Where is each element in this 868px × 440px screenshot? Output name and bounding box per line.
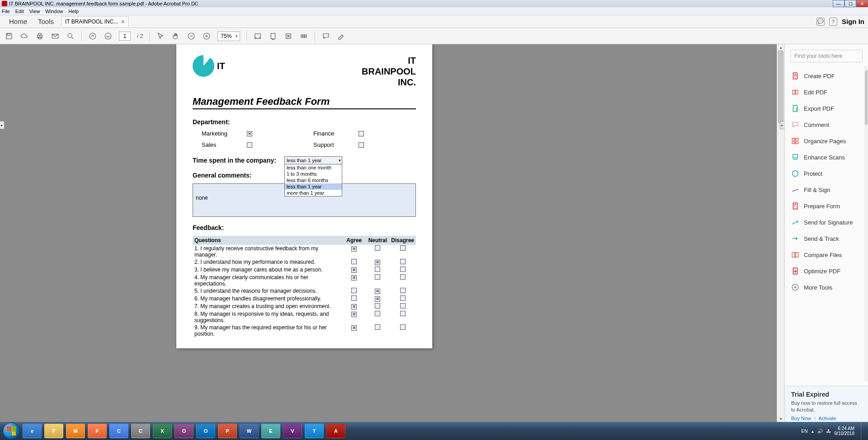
checkbox[interactable]: ✕ bbox=[351, 246, 357, 252]
checkbox-support[interactable] bbox=[359, 142, 364, 148]
dropdown-option[interactable]: 1 to 3 months bbox=[285, 171, 342, 177]
time-dropdown[interactable]: less than 1 year bbox=[284, 156, 342, 164]
save-icon[interactable] bbox=[5, 32, 14, 41]
checkbox-marketing[interactable]: ✕ bbox=[247, 131, 252, 136]
tool-send-for-signature[interactable]: Send for Signature bbox=[785, 214, 868, 230]
document-tab[interactable]: IT BRAINPOOL INC... ✕ bbox=[61, 16, 129, 27]
taskbar-app-ol[interactable]: O bbox=[196, 424, 215, 438]
tool-create-pdf[interactable]: Create PDF bbox=[785, 68, 868, 84]
checkbox[interactable] bbox=[400, 324, 406, 330]
checkbox[interactable] bbox=[400, 259, 406, 264]
checkbox[interactable] bbox=[400, 311, 406, 316]
fit-width-icon[interactable] bbox=[253, 32, 262, 41]
zoom-select[interactable]: 75% bbox=[217, 31, 240, 41]
scroll-down-icon[interactable]: ▾ bbox=[777, 416, 784, 422]
checkbox[interactable] bbox=[400, 303, 406, 309]
taskbar-app-pp[interactable]: P bbox=[218, 424, 237, 438]
checkbox[interactable] bbox=[400, 267, 406, 272]
tools-pane-scrollbar[interactable] bbox=[864, 66, 868, 381]
dropdown-option-highlighted[interactable]: less than 1 year bbox=[285, 183, 342, 190]
tool-enhance-scans[interactable]: Enhance Scans bbox=[785, 149, 868, 165]
hand-icon[interactable] bbox=[171, 32, 180, 41]
checkbox[interactable]: ✕ bbox=[351, 275, 357, 281]
email-icon[interactable] bbox=[51, 32, 60, 41]
show-desktop-button[interactable] bbox=[861, 422, 865, 440]
comment-bubble-icon[interactable] bbox=[321, 32, 330, 41]
taskbar-app-on[interactable]: O bbox=[175, 424, 193, 438]
zoom-in-icon[interactable] bbox=[202, 32, 211, 41]
taskbar-app-ff[interactable]: F bbox=[88, 424, 107, 438]
menu-edit[interactable]: Edit bbox=[15, 9, 24, 14]
start-button[interactable] bbox=[3, 422, 20, 440]
checkbox[interactable]: ✕ bbox=[351, 312, 357, 317]
taskbar-app-vs[interactable]: V bbox=[283, 424, 302, 438]
taskbar-app-mp[interactable]: M bbox=[66, 424, 85, 438]
tools-search-input[interactable]: Find your tools here bbox=[790, 50, 863, 62]
nav-pane-toggle[interactable]: ▸ bbox=[0, 121, 5, 129]
page-down-icon[interactable] bbox=[104, 32, 113, 41]
scrollbar-thumb[interactable] bbox=[865, 70, 868, 125]
tool-optimize-pdf[interactable]: Optimize PDF bbox=[785, 263, 868, 279]
menu-help[interactable]: Help bbox=[68, 9, 79, 14]
language-indicator[interactable]: EN bbox=[802, 429, 808, 434]
tool-compare-files[interactable]: Compare Files bbox=[785, 247, 868, 263]
checkbox[interactable]: ✕ bbox=[375, 296, 380, 302]
checkbox[interactable] bbox=[375, 311, 380, 316]
taskbar-app-tv[interactable]: T bbox=[305, 424, 324, 438]
tool-export-pdf[interactable]: Export PDF bbox=[785, 100, 868, 117]
menu-window[interactable]: Window bbox=[45, 9, 63, 14]
close-button[interactable]: ✕ bbox=[856, 0, 868, 7]
checkbox[interactable] bbox=[375, 303, 380, 309]
search-icon[interactable] bbox=[66, 32, 75, 41]
menu-view[interactable]: View bbox=[29, 9, 40, 14]
checkbox[interactable] bbox=[400, 274, 406, 280]
page-up-icon[interactable] bbox=[88, 32, 97, 41]
scrollbar-thumb[interactable] bbox=[778, 51, 783, 123]
highlight-icon[interactable] bbox=[337, 32, 346, 41]
taskbar-app-ie[interactable]: e bbox=[23, 424, 42, 438]
zoom-out-icon[interactable] bbox=[187, 32, 196, 41]
help-icon[interactable]: ? bbox=[829, 18, 837, 26]
menu-file[interactable]: File bbox=[2, 9, 10, 14]
taskbar-app-xl[interactable]: X bbox=[153, 424, 172, 438]
checkbox[interactable] bbox=[375, 267, 380, 272]
checkbox[interactable] bbox=[351, 259, 357, 264]
dropdown-option[interactable]: more than 1 year bbox=[285, 190, 342, 196]
tool-organize-pages[interactable]: Organize Pages bbox=[785, 133, 868, 149]
checkbox[interactable]: ✕ bbox=[375, 289, 380, 294]
volume-icon[interactable]: 🔊 bbox=[817, 429, 823, 434]
checkbox[interactable] bbox=[375, 245, 380, 251]
tools-pane-toggle[interactable]: ▸ bbox=[780, 121, 784, 129]
tool-prepare-form[interactable]: Prepare Form bbox=[785, 198, 868, 214]
scroll-up-icon[interactable]: ▴ bbox=[777, 44, 784, 51]
checkbox[interactable] bbox=[351, 288, 357, 293]
tool-comment[interactable]: Comment bbox=[785, 117, 868, 133]
tool-send-track[interactable]: Send & Track bbox=[785, 230, 868, 247]
buy-now-link[interactable]: Buy Now bbox=[791, 416, 811, 421]
taskbar-app-fe[interactable]: F bbox=[44, 424, 63, 438]
checkbox[interactable] bbox=[375, 324, 380, 330]
checkbox[interactable] bbox=[400, 245, 406, 251]
network-icon[interactable]: 🖧 bbox=[826, 429, 831, 434]
document-viewport[interactable]: ▸ IT IT BRAINPOOL INC. Management Feedba… bbox=[0, 44, 784, 422]
dropdown-option[interactable]: less than 6 months bbox=[285, 177, 342, 183]
close-tab-icon[interactable]: ✕ bbox=[121, 19, 125, 25]
checkbox[interactable] bbox=[375, 274, 380, 280]
activate-link[interactable]: Activate bbox=[818, 416, 836, 421]
scroll-icon[interactable] bbox=[299, 32, 308, 41]
taskbar-app-wd[interactable]: W bbox=[240, 424, 259, 438]
vertical-scrollbar[interactable]: ▴ ▾ bbox=[777, 44, 784, 422]
checkbox[interactable]: ✕ bbox=[375, 260, 380, 265]
tool-edit-pdf[interactable]: Edit PDF bbox=[785, 84, 868, 100]
tools-link[interactable]: Tools bbox=[33, 16, 59, 27]
taskbar-app-co[interactable]: C bbox=[131, 424, 150, 438]
maximize-button[interactable]: ☐ bbox=[844, 0, 856, 7]
taskbar-app-ac[interactable]: A bbox=[326, 424, 345, 438]
checkbox[interactable] bbox=[400, 295, 406, 301]
tool-protect[interactable]: Protect bbox=[785, 165, 868, 182]
clock[interactable]: 6:24 AM 9/10/2018 bbox=[835, 426, 855, 436]
minimize-button[interactable]: — bbox=[833, 0, 844, 7]
checkbox-sales[interactable] bbox=[247, 142, 252, 148]
print-icon[interactable] bbox=[35, 32, 44, 41]
tool-more-tools[interactable]: More Tools bbox=[785, 279, 868, 295]
